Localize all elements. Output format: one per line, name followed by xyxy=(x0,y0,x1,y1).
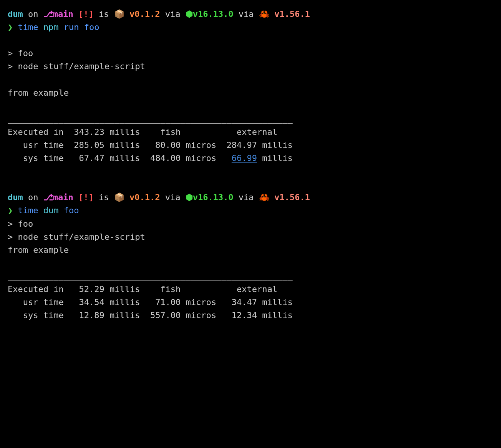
cmd-time: time xyxy=(18,206,38,215)
cwd: dum xyxy=(8,192,23,202)
package-version: v0.1.2 xyxy=(124,192,160,202)
command-line-1[interactable]: ❯ time npm run foo xyxy=(8,21,493,34)
branch-icon: ⎇ xyxy=(43,9,53,19)
is-text: is xyxy=(94,9,114,19)
is-text: is xyxy=(94,192,114,202)
time-usr: usr time 285.05 millis 80.00 micros 284.… xyxy=(8,139,493,152)
git-status: [!] xyxy=(73,9,94,19)
time-sys: sys time 12.89 millis 557.00 micros 12.3… xyxy=(8,309,493,322)
via-text: via xyxy=(234,9,259,19)
output-foo: > foo xyxy=(8,217,493,231)
prompt-line-1: dum on ⎇main [!] is 📦 v0.1.2 via ⬢v16.13… xyxy=(8,8,493,21)
package-icon: 📦 xyxy=(114,9,124,19)
time-executed: Executed in 52.29 millis fish external xyxy=(8,283,493,296)
branch-name: main xyxy=(53,9,73,19)
node-version: v16.13.0 xyxy=(193,192,234,202)
terminal-output: dum on ⎇main [!] is 📦 v0.1.2 via ⬢v16.13… xyxy=(8,8,493,322)
output-foo: > foo xyxy=(8,47,493,60)
cmd-time: time xyxy=(18,22,38,32)
divider: ________________________________________… xyxy=(8,113,493,126)
branch-icon: ⎇ xyxy=(43,192,53,202)
output-from-example: from example xyxy=(8,86,493,100)
crab-icon: 🦀 xyxy=(259,192,269,202)
package-version: v0.1.2 xyxy=(124,9,160,19)
time-usr: usr time 34.54 millis 71.00 micros 34.47… xyxy=(8,296,493,309)
on-text: on xyxy=(23,192,43,202)
cmd-dum: dum xyxy=(38,206,58,215)
output-node: > node stuff/example-script xyxy=(8,231,493,244)
time-executed: Executed in 343.23 millis fish external xyxy=(8,126,493,139)
cmd-foo: foo xyxy=(58,206,79,215)
output-node: > node stuff/example-script xyxy=(8,60,493,73)
cmd-npm: npm xyxy=(38,22,58,32)
rust-version: v1.56.1 xyxy=(269,9,310,19)
cmd-run: run xyxy=(58,22,79,32)
command-line-2[interactable]: ❯ time dum foo xyxy=(8,204,493,217)
git-status: [!] xyxy=(73,192,94,202)
cwd: dum xyxy=(8,9,23,19)
crab-icon: 🦀 xyxy=(259,9,269,19)
via-text: via xyxy=(234,192,259,202)
on-text: on xyxy=(23,9,43,19)
via-text: via xyxy=(160,192,185,202)
prompt-char: ❯ xyxy=(8,22,18,32)
rust-version: v1.56.1 xyxy=(269,192,310,202)
branch-name: main xyxy=(53,192,73,202)
package-icon: 📦 xyxy=(114,192,124,202)
node-icon: ⬢ xyxy=(186,192,193,202)
cmd-foo: foo xyxy=(79,22,99,32)
output-from-example: from example xyxy=(8,244,493,257)
node-icon: ⬢ xyxy=(186,9,193,19)
prompt-char: ❯ xyxy=(8,206,18,215)
time-sys: sys time 67.47 millis 484.00 micros 66.9… xyxy=(8,152,493,165)
sys-ext-link[interactable]: 66.99 xyxy=(232,153,257,163)
prompt-line-2: dum on ⎇main [!] is 📦 v0.1.2 via ⬢v16.13… xyxy=(8,191,493,204)
divider: ________________________________________… xyxy=(8,270,493,283)
via-text: via xyxy=(160,9,185,19)
node-version: v16.13.0 xyxy=(193,9,234,19)
